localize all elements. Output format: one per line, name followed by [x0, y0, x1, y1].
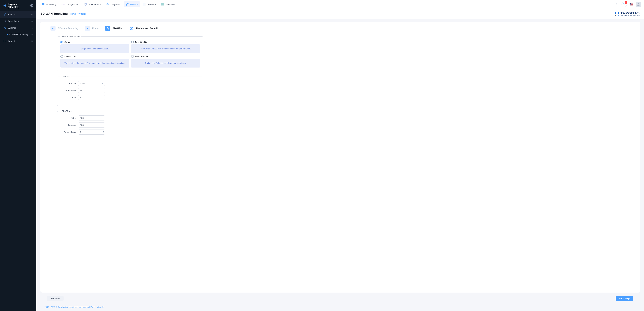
packetloss-input[interactable]	[78, 130, 105, 135]
tab-label: Wizards	[130, 3, 138, 6]
tab-wizards[interactable]: Wizards	[124, 1, 140, 7]
svg-rect-11	[144, 4, 145, 4]
notifications-button[interactable]: 2	[622, 2, 627, 7]
step-label: SD-WAN	[112, 27, 122, 30]
logout-icon	[3, 40, 6, 42]
sidebar-item-label: Wizards	[8, 27, 16, 29]
svg-point-6	[62, 4, 64, 5]
shield-icon	[84, 3, 88, 6]
tab-label: Monitoring	[46, 3, 56, 6]
spinner-down-icon[interactable]: ▼	[102, 132, 104, 134]
tab-label: Configuration	[66, 3, 79, 6]
svg-point-26	[617, 12, 617, 12]
collapse-sidebar-icon[interactable]	[30, 3, 33, 7]
language-flag[interactable]	[630, 3, 633, 6]
tab-workflows[interactable]: Workflows	[159, 1, 178, 7]
latency-input[interactable]	[78, 122, 105, 127]
linkmode-lowest-cost[interactable]: Lowest Cost The interface that meets SLA…	[60, 55, 129, 67]
tab-label: Diagnosis	[111, 3, 120, 6]
general-fieldset: General Protocol PING Frequency Count	[57, 75, 203, 106]
spinner-up-icon[interactable]: ▲	[102, 130, 104, 132]
count-input[interactable]	[78, 95, 105, 100]
breadcrumb-home[interactable]: Home	[70, 12, 76, 15]
svg-rect-16	[161, 3, 162, 5]
radio-single[interactable]	[60, 41, 63, 43]
svg-point-29	[617, 13, 617, 14]
sidebar-item-wizards[interactable]: Wizards	[0, 24, 36, 31]
topbar: Monitoring Configuration Maintenance Dia…	[36, 0, 644, 9]
frequency-input[interactable]	[78, 88, 105, 93]
packetloss-label: Packet Loss	[60, 131, 76, 133]
count-label: Count	[60, 96, 76, 99]
sidebar-item-quick-setup[interactable]: Quick Setup	[0, 18, 36, 24]
step-sdwan-tunneling[interactable]: SD-WAN Tunneling	[50, 26, 78, 31]
columns-icon	[161, 3, 164, 6]
tab-maintenance[interactable]: Maintenance	[82, 1, 103, 7]
check-icon	[52, 27, 54, 29]
breadcrumb-wizards[interactable]: Wizards	[78, 12, 86, 15]
step-label: SD-WAN Tunneling	[58, 27, 78, 30]
svg-point-27	[618, 12, 619, 12]
svg-point-21	[625, 4, 625, 5]
link-icon	[3, 13, 6, 16]
next-step-button[interactable]: Next Step	[616, 296, 633, 301]
clock-icon	[3, 20, 6, 22]
step-route[interactable]: Route	[85, 26, 98, 31]
share-icon	[3, 26, 6, 29]
svg-point-23	[624, 4, 624, 5]
svg-rect-14	[144, 5, 145, 5]
svg-point-24	[638, 3, 639, 4]
user-avatar[interactable]	[636, 2, 641, 7]
svg-rect-4	[42, 3, 44, 5]
linkmode-best-quality[interactable]: Best Quality The WAN interface with the …	[131, 41, 200, 53]
step-review[interactable]: Review and Submit	[129, 26, 158, 31]
linkmode-single[interactable]: Single Single WAN Interface selection.	[60, 41, 129, 53]
terminal-icon[interactable]	[616, 3, 619, 6]
tab-diagnosis[interactable]: Diagnosis	[104, 1, 122, 7]
radio-lowest-cost[interactable]	[60, 55, 63, 58]
sidebar-item-favorite[interactable]: Favorite	[0, 11, 36, 18]
content: SD-WAN Tunneling Route SD-WAN Review and…	[36, 19, 644, 311]
linkmode-legend: Select a link mode	[60, 35, 81, 38]
option-description: The interface that meets SLA targets and…	[60, 59, 129, 67]
protocol-select[interactable]: PING	[78, 81, 105, 86]
star-icon[interactable]	[31, 33, 33, 36]
sidebar-item-label: SD-WAN Tunneling	[9, 33, 28, 36]
tab-configuration[interactable]: Configuration	[59, 1, 81, 7]
brand[interactable]: targitas (Maestro)	[0, 0, 36, 11]
jitter-label: Jitter	[60, 117, 76, 119]
svg-point-19	[623, 3, 624, 4]
radio-label: Lowest Cost	[64, 55, 76, 58]
chevron-down-icon	[31, 27, 33, 29]
star-icon[interactable]	[31, 40, 33, 42]
step-label: Route	[92, 27, 98, 30]
copyright: 2006 - 2023 © Targitas is a registered t…	[40, 304, 640, 311]
monitor-icon	[42, 3, 45, 6]
sidebar-item-sdwan-tunneling[interactable]: SD-WAN Tunneling	[0, 31, 36, 38]
jitter-input[interactable]	[78, 115, 105, 120]
svg-rect-13	[144, 5, 144, 5]
page-title: SD-WAN Tunneling	[40, 12, 68, 15]
user-icon	[637, 3, 640, 6]
previous-button[interactable]: Previous	[47, 296, 64, 301]
radio-best-quality[interactable]	[131, 41, 134, 43]
sidebar-item-logout[interactable]: Logout	[0, 38, 36, 44]
logo-text: TARGITAS	[620, 11, 640, 15]
brand-icon	[3, 4, 6, 7]
step-label: Review and Submit	[136, 27, 158, 30]
sla-legend: SLA Target	[60, 110, 74, 112]
svg-rect-10	[144, 4, 144, 4]
chevron-down-icon	[31, 13, 33, 16]
radio-label: Single	[64, 41, 70, 43]
option-description: Single WAN Interface selection.	[60, 44, 129, 53]
brand-name: targitas (Maestro)	[8, 3, 28, 8]
tab-monitoring[interactable]: Monitoring	[40, 1, 58, 7]
linkmode-load-balance[interactable]: Load Balance Traffic Load Balance enable…	[131, 55, 200, 67]
star-icon[interactable]	[31, 20, 33, 22]
tab-maestro[interactable]: Maestro	[141, 1, 158, 7]
linkmode-fieldset: Select a link mode Single Single WAN Int…	[57, 35, 203, 71]
breadcrumb-separator: /	[77, 12, 78, 15]
svg-point-25	[615, 12, 616, 12]
step-sdwan[interactable]: SD-WAN	[105, 26, 122, 31]
radio-load-balance[interactable]	[131, 55, 134, 58]
